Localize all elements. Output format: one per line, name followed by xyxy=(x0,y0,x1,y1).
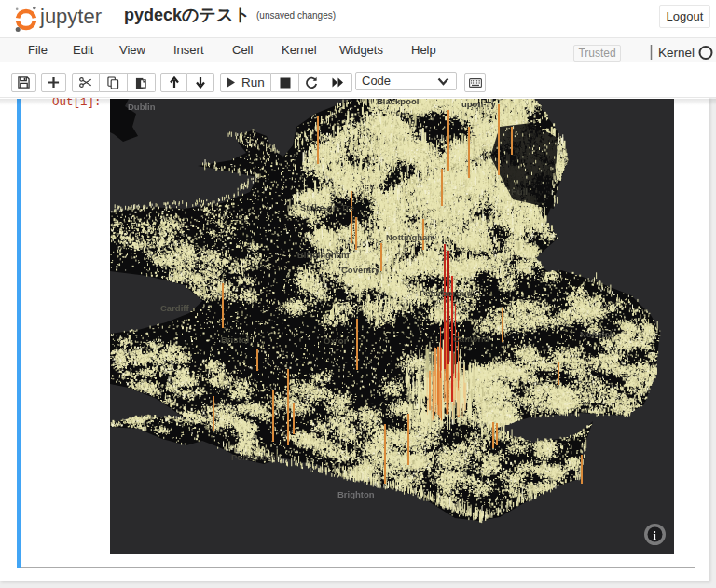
svg-text:Kernel: Kernel xyxy=(658,46,695,60)
